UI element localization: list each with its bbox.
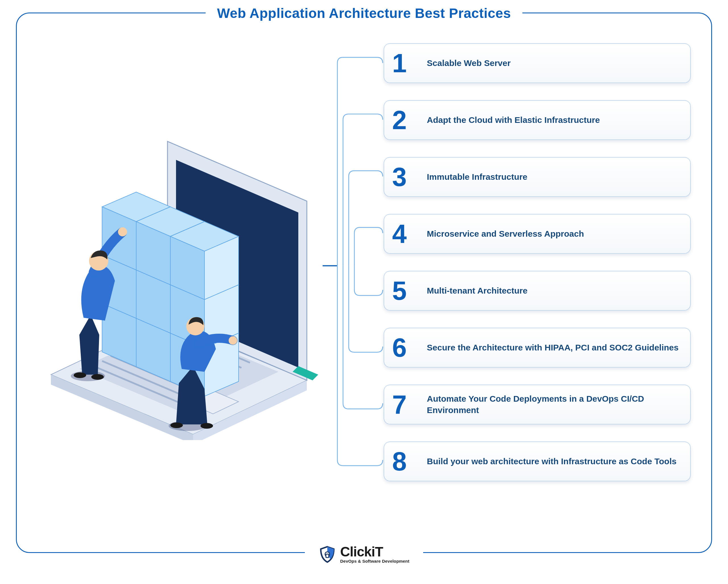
practice-number: 4 <box>392 221 407 247</box>
practice-number: 2 <box>392 107 407 133</box>
svg-rect-55 <box>326 554 329 558</box>
practice-label: Scalable Web Server <box>427 57 511 69</box>
practice-item-4: 4 Microservice and Serverless Approach <box>384 214 691 254</box>
svg-point-52 <box>170 423 183 428</box>
laptop-cubes-icon <box>34 99 324 440</box>
practice-label: Secure the Architecture with HIPAA, PCI … <box>427 342 678 354</box>
logo: ClickiT DevOps & Software Development <box>305 545 423 563</box>
svg-point-53 <box>201 423 213 429</box>
svg-point-45 <box>118 227 127 236</box>
logo-area: ClickiT DevOps & Software Development <box>17 545 711 563</box>
practice-number: 6 <box>392 334 407 361</box>
practice-label: Multi-tenant Architecture <box>427 285 527 297</box>
practice-label: Immutable Infrastructure <box>427 171 527 183</box>
practice-number: 5 <box>392 278 407 304</box>
practice-number: 1 <box>392 50 407 76</box>
svg-point-50 <box>229 336 237 345</box>
practice-number: 7 <box>392 391 407 417</box>
isometric-illustration <box>34 99 324 440</box>
shield-lock-icon <box>318 545 336 563</box>
content-area: 1 Scalable Web Server 2 Adapt the Cloud … <box>17 14 711 552</box>
practice-item-5: 5 Multi-tenant Architecture <box>384 271 691 311</box>
practice-item-7: 7 Automate Your Code Deployments in a De… <box>384 385 691 425</box>
svg-point-48 <box>91 374 104 380</box>
practice-label: Build your web architecture with Infrast… <box>427 456 677 467</box>
practice-item-3: 3 Immutable Infrastructure <box>384 157 691 197</box>
practice-number: 8 <box>392 448 407 475</box>
logo-main: ClickiT <box>340 545 409 559</box>
practice-label: Adapt the Cloud with Elastic Infrastruct… <box>427 115 600 126</box>
practice-number: 3 <box>392 164 407 190</box>
practices-list: 1 Scalable Web Server 2 Adapt the Cloud … <box>384 43 691 499</box>
practice-label: Microservice and Serverless Approach <box>427 228 584 240</box>
svg-point-47 <box>74 372 86 378</box>
logo-tagline: DevOps & Software Development <box>340 559 409 563</box>
practice-item-2: 2 Adapt the Cloud with Elastic Infrastru… <box>384 100 691 140</box>
logo-text: ClickiT DevOps & Software Development <box>340 545 409 563</box>
practice-item-6: 6 Secure the Architecture with HIPAA, PC… <box>384 328 691 367</box>
practice-label: Automate Your Code Deployments in a DevO… <box>427 393 679 416</box>
diagram-frame: Web Application Architecture Best Practi… <box>16 12 712 553</box>
practice-item-8: 8 Build your web architecture with Infra… <box>384 441 691 481</box>
practice-item-1: 1 Scalable Web Server <box>384 43 691 83</box>
